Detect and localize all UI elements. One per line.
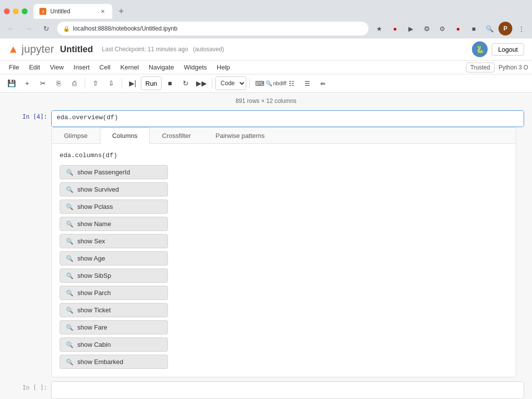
menu-edit[interactable]: Edit bbox=[24, 62, 45, 73]
menu-navigate[interactable]: Navigate bbox=[144, 62, 179, 73]
menu-view[interactable]: View bbox=[45, 62, 68, 73]
column-button[interactable]: 🔍show Age bbox=[60, 251, 168, 266]
minimize-button[interactable] bbox=[13, 8, 19, 14]
column-button[interactable]: 🔍show Cabin bbox=[60, 337, 168, 352]
logout-button[interactable]: Logout bbox=[492, 43, 524, 56]
search-icon: 🔍 bbox=[66, 307, 73, 314]
back-button[interactable]: ← bbox=[4, 22, 18, 35]
profile-avatar[interactable]: P bbox=[499, 22, 512, 35]
column-button[interactable]: 🔍show Embarked bbox=[60, 355, 168, 369]
paste-button[interactable]: ⎙ bbox=[67, 76, 82, 90]
menu-cell[interactable]: Cell bbox=[95, 62, 115, 73]
nbdiff-button[interactable]: 🔍 nbdiff bbox=[268, 76, 283, 90]
code-cell-4: In [4]: eda.overview(df) Glimpse Columns… bbox=[8, 110, 524, 377]
notebook-title[interactable]: Untitled bbox=[60, 44, 93, 55]
move-up-button[interactable]: ⇧ bbox=[88, 76, 103, 90]
cut-button[interactable]: ✂ bbox=[35, 76, 50, 90]
python-logo: 🐍 bbox=[472, 41, 488, 57]
column-button[interactable]: 🔍show Sex bbox=[60, 234, 168, 248]
tab-pairwise[interactable]: Pairwise patterns bbox=[203, 128, 277, 144]
column-button[interactable]: 🔍show Survived bbox=[60, 182, 168, 197]
reload-button[interactable]: ↻ bbox=[39, 22, 53, 35]
restart-run-button[interactable]: ▶▶ bbox=[194, 76, 209, 90]
column-label: show Cabin bbox=[77, 341, 111, 348]
search-icon: 🔍 bbox=[66, 324, 73, 331]
address-text: localhost:8888/notebooks/Untitled.ipynb bbox=[73, 25, 177, 32]
tab-glimpse[interactable]: Glimpse bbox=[52, 128, 100, 144]
search-icon: 🔍 bbox=[66, 290, 73, 297]
search-icon: 🔍 bbox=[66, 255, 73, 262]
run-label: Run bbox=[145, 80, 157, 87]
column-label: show PassengerId bbox=[77, 168, 130, 176]
divider-3 bbox=[212, 78, 212, 88]
grid-button[interactable]: ☷ bbox=[284, 76, 299, 90]
jupyter-logo-text: jupyter bbox=[22, 43, 54, 56]
column-label: show Pclass bbox=[77, 203, 113, 210]
empty-code-area[interactable] bbox=[52, 382, 524, 396]
column-button[interactable]: 🔍show Pclass bbox=[60, 200, 168, 214]
notebook-content: 891 rows × 12 columns In [4]: eda.overvi… bbox=[0, 93, 532, 399]
action-btn-6[interactable]: ■ bbox=[467, 22, 481, 35]
cell-code-4[interactable]: eda.overview(df) bbox=[52, 111, 524, 127]
menu-widgets[interactable]: Widgets bbox=[179, 62, 212, 73]
column-button[interactable]: 🔍show PassengerId bbox=[60, 165, 168, 179]
new-tab-button[interactable]: + bbox=[114, 4, 128, 18]
divider-1 bbox=[85, 78, 85, 88]
column-button[interactable]: 🔍show Name bbox=[60, 217, 168, 231]
close-button[interactable] bbox=[4, 8, 10, 14]
column-button[interactable]: 🔍show Parch bbox=[60, 286, 168, 300]
empty-cell-input[interactable] bbox=[51, 381, 524, 399]
menu-file[interactable]: File bbox=[4, 62, 24, 73]
column-button[interactable]: 🔍show Ticket bbox=[60, 303, 168, 317]
search-icon: 🔍 bbox=[66, 341, 73, 348]
run-button[interactable]: Run bbox=[141, 76, 162, 90]
copy-button[interactable]: ⎘ bbox=[51, 76, 66, 90]
menu-insert[interactable]: Insert bbox=[68, 62, 95, 73]
cell-type-select[interactable]: Code bbox=[215, 76, 246, 90]
add-cell-button[interactable]: + bbox=[20, 76, 34, 90]
list-button[interactable]: ☰ bbox=[300, 76, 315, 90]
column-button[interactable]: 🔍show Fare bbox=[60, 320, 168, 334]
action-btn-5[interactable]: ● bbox=[451, 22, 465, 35]
jupyter-header: ▲ jupyter Untitled Last Checkpoint: 11 m… bbox=[0, 38, 532, 61]
empty-cell-wrapper: In [ ]: bbox=[8, 381, 524, 399]
bookmark-button[interactable]: ★ bbox=[372, 22, 386, 35]
action-btn-4[interactable]: ⚙ bbox=[435, 22, 449, 35]
tab-crossfilter[interactable]: Crossfilter bbox=[150, 128, 203, 144]
tab-close-button[interactable]: ✕ bbox=[99, 7, 106, 15]
tab-title: Untitled bbox=[50, 8, 95, 15]
action-btn-1[interactable]: ● bbox=[388, 22, 402, 35]
menu-help[interactable]: Help bbox=[212, 62, 235, 73]
tab-columns[interactable]: Columns bbox=[100, 128, 150, 144]
column-label: show Ticket bbox=[77, 306, 111, 314]
column-label: show Survived bbox=[77, 186, 119, 193]
kernel-info: Python 3 O bbox=[499, 64, 528, 71]
save-button[interactable]: 💾 bbox=[4, 76, 19, 90]
action-btn-2[interactable]: ▶ bbox=[404, 22, 418, 35]
move-down-button[interactable]: ⇩ bbox=[104, 76, 119, 90]
column-label: show Parch bbox=[77, 289, 111, 297]
cell-input-4[interactable]: eda.overview(df) bbox=[51, 110, 524, 127]
share-button[interactable]: ⇚ bbox=[316, 76, 331, 90]
active-tab[interactable]: J Untitled ✕ bbox=[33, 4, 112, 19]
output-code-line: eda.columns(df) bbox=[60, 152, 508, 159]
tab-favicon: J bbox=[39, 8, 46, 15]
column-label: show Name bbox=[77, 220, 111, 228]
maximize-button[interactable] bbox=[22, 8, 28, 14]
column-button[interactable]: 🔍show SibSp bbox=[60, 268, 168, 283]
output-body: eda.columns(df) 🔍show PassengerId🔍show S… bbox=[52, 144, 516, 377]
column-label: show SibSp bbox=[77, 272, 111, 279]
window-controls bbox=[4, 8, 28, 14]
action-btn-7[interactable]: 🔍 bbox=[483, 22, 497, 35]
search-icon: 🔍 bbox=[66, 221, 73, 228]
menu-kernel[interactable]: Kernel bbox=[115, 62, 144, 73]
menu-button[interactable]: ⋮ bbox=[514, 22, 528, 35]
fast-forward-button[interactable]: ▶| bbox=[125, 76, 140, 90]
restart-button[interactable]: ↻ bbox=[178, 76, 193, 90]
jupyter-logo: ▲ jupyter bbox=[8, 43, 54, 56]
action-btn-3[interactable]: ❂ bbox=[420, 22, 433, 35]
forward-button[interactable]: → bbox=[22, 22, 35, 35]
interrupt-button[interactable]: ■ bbox=[163, 76, 177, 90]
toolbar: 💾 + ✂ ⎘ ⎙ ⇧ ⇩ ▶| Run ■ ↻ ▶▶ Code ⌨ 🔍 nbd… bbox=[0, 74, 532, 93]
address-bar[interactable]: 🔒 localhost:8888/notebooks/Untitled.ipyn… bbox=[57, 22, 368, 35]
